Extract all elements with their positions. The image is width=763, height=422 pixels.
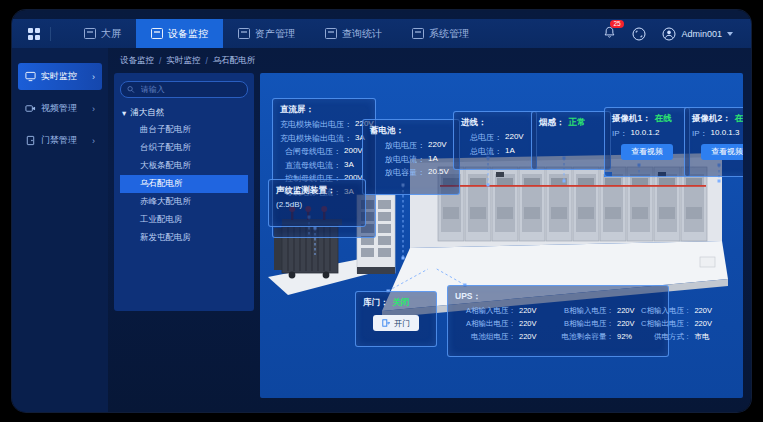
door-open-icon (382, 319, 390, 327)
ip-label: IP： (692, 128, 708, 139)
nav-tab-dashboard[interactable]: 大屏 (69, 19, 136, 48)
panel-title: 声纹监测装置： (276, 185, 358, 197)
metric-label: 总电流： (461, 146, 502, 157)
panel-title: 摄像机1： (612, 113, 651, 125)
nav-label: 大屏 (101, 27, 121, 41)
view-video-button[interactable]: 查看视频 (621, 144, 673, 160)
avatar-icon (662, 27, 676, 41)
panel-title: 摄像机2： (692, 113, 731, 125)
breadcrumb: 设备监控 / 实时监控 / 乌石配电所 (114, 52, 743, 70)
monitor-icon (25, 71, 36, 82)
nav-tab-device-monitoring[interactable]: 设备监控 (136, 19, 223, 48)
breadcrumb-item[interactable]: 乌石配电所 (213, 55, 256, 67)
metric-value: 220V (694, 319, 718, 329)
nav-label: 查询统计 (342, 27, 382, 41)
breadcrumb-separator: / (159, 56, 161, 66)
tree-item-substation[interactable]: 工业配电房 (120, 211, 248, 229)
sidebar: 实时监控 › 视频管理 › 门禁管理 › (12, 48, 108, 412)
chevron-right-icon: › (92, 72, 95, 82)
metric-label: B相输出电压： (543, 319, 614, 329)
metric-label: 放电电压： (370, 140, 425, 151)
chart-icon (325, 28, 337, 39)
metric-label: 电池组电压： (455, 332, 516, 342)
view-video-button[interactable]: 查看视频 (701, 144, 743, 160)
nav-label: 资产管理 (255, 27, 295, 41)
panel-title: 直流屏： (280, 104, 368, 116)
top-nav-bar: 大屏 设备监控 资产管理 查询统计 系统管理 (12, 19, 751, 48)
open-door-button[interactable]: 开门 (373, 315, 419, 331)
tree-root-label: 浦大自然 (130, 107, 164, 119)
metric-label: 充电模块输出电压： (280, 119, 352, 130)
nav-tab-system-management[interactable]: 系统管理 (397, 19, 484, 48)
ip-label: IP： (612, 128, 628, 139)
device-tree-panel: ▾ 浦大自然 曲台子配电所 台织子配电所 大板条配电所 乌石配电所 赤峰大配电所… (114, 73, 254, 311)
tree-item-substation[interactable]: 大板条配电所 (120, 157, 248, 175)
tree-item-substation[interactable]: 赤峰大配电所 (120, 193, 248, 211)
box-icon (238, 28, 250, 39)
user-menu[interactable]: Admin001 (662, 27, 733, 41)
metric-value: 20.5V (428, 167, 452, 178)
metric-value: 220V (519, 306, 543, 316)
fullscreen-icon[interactable] (632, 27, 646, 41)
ip-value: 10.0.1.2 (631, 128, 660, 139)
breadcrumb-item[interactable]: 实时监控 (166, 55, 200, 67)
sidebar-label: 视频管理 (41, 102, 77, 115)
sidebar-label: 实时监控 (41, 70, 77, 83)
metric-label: A相输入电压： (455, 306, 516, 316)
metric-label: C相输出电压： (641, 319, 691, 329)
door-icon (25, 135, 36, 146)
metric-label: 放电容量： (370, 167, 425, 178)
panel-title: 蓄电池： (370, 125, 452, 137)
ups-panel: UPS： A相输入电压：220V B相输入电压：220V C相输入电压：220V… (447, 285, 669, 357)
header-divider (50, 27, 51, 41)
open-door-label: 开门 (394, 318, 410, 329)
tree-root-node[interactable]: ▾ 浦大自然 (122, 107, 248, 119)
metric-value: 220V (428, 140, 452, 151)
acoustic-monitor-panel: 声纹监测装置： (2.5dB) (268, 179, 366, 227)
metric-value: 92% (617, 332, 641, 342)
incoming-line-panel: 进线： 总电压：220V 总电流：1A (453, 111, 537, 170)
tree-item-substation[interactable]: 台织子配电所 (120, 139, 248, 157)
smoke-sensor-panel: 烟感： 正常 (531, 111, 611, 170)
sidebar-item-video-management[interactable]: 视频管理 › (18, 95, 102, 122)
search-icon (127, 85, 135, 94)
metric-label: 电池剩余容量： (543, 332, 614, 342)
metric-value: 220V (617, 319, 641, 329)
tree-search-box[interactable] (120, 81, 248, 98)
acoustic-value: (2.5dB) (276, 200, 358, 209)
camera1-panel: 摄像机1： 在线 IP：10.0.1.2 查看视频 (604, 107, 690, 177)
metric-label: B相输入电压： (543, 306, 614, 316)
status-badge: 关闭 (393, 297, 410, 309)
chevron-right-icon: › (92, 104, 95, 114)
chevron-down-icon (727, 32, 733, 36)
ip-value: 10.0.1.3 (711, 128, 740, 139)
nav-tab-asset-management[interactable]: 资产管理 (223, 19, 310, 48)
metric-value: 220V (519, 319, 543, 329)
sidebar-item-access-control[interactable]: 门禁管理 › (18, 127, 102, 154)
screen-icon (84, 28, 96, 39)
gear-icon (412, 28, 424, 39)
breadcrumb-separator: / (205, 56, 207, 66)
tree-item-substation[interactable]: 曲台子配电所 (120, 121, 248, 139)
metric-label: A相输出电压： (455, 319, 516, 329)
battery-panel: 蓄电池： 放电电压：220V 放电电流：1A 放电容量：20.5V (362, 119, 460, 195)
app-window: 大屏 设备监控 资产管理 查询统计 系统管理 (12, 10, 751, 412)
tree-item-substation-selected[interactable]: 乌石配电所 (120, 175, 248, 193)
tree-collapse-icon: ▾ (122, 108, 126, 118)
metric-value: 220V (519, 332, 543, 342)
sidebar-item-realtime-monitoring[interactable]: 实时监控 › (18, 63, 102, 90)
notifications-button[interactable]: 25 (603, 25, 616, 43)
status-badge: 在线 (735, 113, 743, 125)
status-badge: 正常 (569, 117, 586, 129)
chevron-right-icon: › (92, 136, 95, 146)
breadcrumb-item[interactable]: 设备监控 (120, 55, 154, 67)
metric-value: 1A (428, 154, 452, 165)
metric-label: 合闸母线电压： (280, 146, 341, 157)
tree-item-substation[interactable]: 新发屯配电房 (120, 229, 248, 247)
notification-badge: 25 (610, 20, 623, 28)
app-logo-icon (28, 28, 40, 40)
search-input[interactable] (139, 84, 241, 95)
metric-value: 1A (505, 146, 529, 157)
metric-label: 供电方式： (641, 332, 691, 342)
nav-tab-query-statistics[interactable]: 查询统计 (310, 19, 397, 48)
